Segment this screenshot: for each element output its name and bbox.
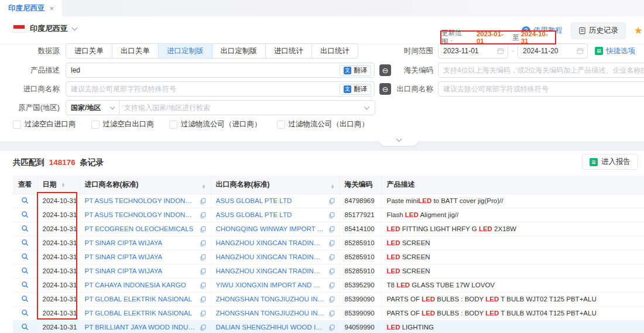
exporter-field[interactable]	[439, 82, 644, 96]
collapse-form-button[interactable]	[379, 135, 418, 146]
product-desc-input[interactable]: 文 翻译	[66, 63, 375, 78]
view-icon[interactable]	[21, 253, 29, 260]
checkbox-icon[interactable]	[13, 121, 21, 129]
checkbox-filter-blank-exporter[interactable]: 过滤空白出口商	[91, 119, 155, 129]
view-icon[interactable]	[21, 323, 29, 331]
checkbox-icon[interactable]	[91, 121, 100, 129]
importer-link[interactable]: PT BRILLIANT JAYA WOOD INDUSTRY	[85, 324, 196, 331]
view-icon[interactable]	[21, 239, 29, 246]
table-row[interactable]: 2024-10-31PT ECOGREEN OLEOCHEMICALSCHONG…	[13, 222, 644, 236]
tab-indonesia[interactable]: 印度尼西亚 ×	[0, 0, 62, 16]
table-row[interactable]: 2024-10-31PT BRILLIANT JAYA WOOD INDUSTR…	[13, 320, 644, 333]
checkbox-filter-blank-importer[interactable]: 过滤空白进口商	[13, 119, 76, 129]
importer-link[interactable]: PT ASUS TECHNOLOGY INDONESIA BA...	[85, 197, 196, 204]
copy-icon[interactable]	[200, 198, 206, 204]
view-icon[interactable]	[21, 281, 29, 289]
importer-link[interactable]: PT GLOBAL ELEKTRIK NASIONAL	[85, 296, 192, 303]
enter-report-button[interactable]: ≣ 进入报告	[582, 154, 638, 170]
checkbox-filter-logistics-importer[interactable]: 过滤物流公司（进口商）	[169, 119, 262, 129]
copy-icon[interactable]	[200, 226, 206, 232]
importer-field[interactable]	[66, 82, 374, 96]
origin-search-input[interactable]	[119, 100, 375, 115]
table-row[interactable]: 2024-10-31PT SINAR CIPTA WIJAYAHANGZHOU …	[13, 264, 644, 278]
origin-type-select[interactable]: 国家/地区	[66, 100, 119, 115]
sort-icon[interactable]: ▲▼	[61, 183, 66, 187]
history-button[interactable]: 历史记录	[571, 22, 626, 39]
hs-code-field[interactable]	[439, 63, 644, 77]
date-to-field[interactable]	[518, 44, 577, 58]
translate-button[interactable]: 文 翻译	[340, 84, 371, 95]
view-icon[interactable]	[21, 197, 29, 204]
importer-link[interactable]: PT ASUS TECHNOLOGY INDONESIA BA...	[85, 211, 196, 218]
copy-icon[interactable]	[200, 282, 206, 289]
exporter-link[interactable]: ZHONGSHAN TONGJIUZHOU INTERNA...	[216, 296, 325, 303]
importer-link[interactable]: PT CAHAYA INDONESIA KARGO	[85, 281, 186, 289]
tab-export-declaration[interactable]: 出口关单	[112, 43, 159, 59]
exporter-input[interactable]	[438, 81, 644, 97]
view-icon[interactable]	[21, 309, 29, 317]
importer-link[interactable]: PT SINAR CIPTA WIJAYA	[85, 239, 163, 246]
checkbox-icon[interactable]	[169, 121, 177, 129]
copy-icon[interactable]	[328, 212, 335, 218]
exporter-link[interactable]: HANGZHOU XINGCAN TRADING CO LTD	[216, 267, 325, 274]
table-row[interactable]: 2024-10-31PT GLOBAL ELEKTRIK NASIONALZHO…	[13, 292, 644, 306]
exporter-link[interactable]: DALIAN SHENGZHIHUI WOOD INDUST...	[216, 324, 325, 331]
tab-import-declaration[interactable]: 进口关单	[66, 43, 112, 59]
copy-icon[interactable]	[328, 324, 335, 331]
copy-icon[interactable]	[328, 240, 335, 246]
table-row[interactable]: 2024-10-31PT GLOBAL ELEKTRIK NASIONALZHO…	[13, 306, 644, 320]
translate-button[interactable]: 文 翻译	[340, 65, 371, 76]
copy-icon[interactable]	[328, 268, 335, 274]
copy-icon[interactable]	[200, 254, 206, 260]
copy-icon[interactable]	[200, 268, 206, 274]
copy-icon[interactable]	[328, 254, 335, 260]
importer-link[interactable]: PT GLOBAL ELEKTRIK NASIONAL	[85, 310, 192, 317]
view-icon[interactable]	[21, 295, 29, 303]
copy-icon[interactable]	[328, 296, 335, 303]
importer-link[interactable]: PT SINAR CIPTA WIJAYA	[85, 267, 163, 274]
checkbox-icon[interactable]	[277, 121, 285, 129]
close-icon[interactable]: ×	[50, 4, 54, 13]
copy-icon[interactable]	[200, 240, 206, 246]
copy-icon[interactable]	[200, 296, 206, 303]
favorite-star-icon[interactable]: ★	[634, 25, 643, 37]
quick-options-link[interactable]: ⊞ 快捷选项	[595, 46, 635, 56]
sort-icon[interactable]: ▲▼	[331, 184, 335, 189]
exporter-link[interactable]: CHONGQING WINWAY IMPORT AND E...	[216, 225, 325, 232]
product-desc-field[interactable]	[66, 63, 374, 77]
view-icon[interactable]	[21, 211, 29, 218]
tab-import-stats[interactable]: 进口统计	[265, 43, 312, 59]
table-row[interactable]: 2024-10-31PT SINAR CIPTA WIJAYAHANGZHOU …	[13, 236, 644, 250]
exporter-link[interactable]: ZHONGSHAN TONGJIUZHOU INTERNA...	[216, 310, 325, 317]
header-date[interactable]: 日期▲▼	[37, 176, 80, 194]
view-icon[interactable]	[21, 267, 29, 274]
date-to-input[interactable]	[518, 43, 588, 59]
view-icon[interactable]	[21, 225, 29, 232]
copy-icon[interactable]	[328, 282, 335, 289]
exporter-link[interactable]: HANGZHOU XINGCAN TRADING CO LTD	[216, 253, 325, 260]
copy-icon[interactable]	[200, 212, 206, 218]
hs-code-input[interactable]	[438, 63, 644, 78]
tab-export-stats[interactable]: 出口统计	[311, 43, 358, 59]
checkbox-filter-logistics-exporter[interactable]: 过滤物流公司（出口商）	[277, 119, 369, 129]
exporter-link[interactable]: ASUS GLOBAL PTE LTD	[216, 197, 292, 204]
exporter-link[interactable]: HANGZHOU XINGCAN TRADING CO LTD	[216, 239, 325, 246]
origin-search-field[interactable]	[119, 101, 365, 115]
table-row[interactable]: 2024-10-31PT CAHAYA INDONESIA KARGOYIWU …	[13, 278, 644, 292]
copy-icon[interactable]	[328, 310, 335, 317]
copy-icon[interactable]	[200, 324, 206, 331]
table-row[interactable]: 2024-10-31PT ASUS TECHNOLOGY INDONESIA B…	[13, 194, 644, 208]
sort-icon[interactable]: ▲▼	[202, 184, 206, 189]
copy-icon[interactable]	[200, 310, 206, 317]
importer-input[interactable]: 文 翻译	[66, 81, 375, 97]
header-exporter[interactable]: 出口商名称(标准)▲▼	[211, 176, 340, 194]
exporter-link[interactable]: YIWU XIONGXIN IMPORT AND EXPORT...	[216, 281, 325, 289]
importer-link[interactable]: PT ECOGREEN OLEOCHEMICALS	[85, 225, 194, 232]
exporter-link[interactable]: ASUS GLOBAL PTE LTD	[216, 211, 292, 218]
header-importer[interactable]: 进口商名称(标准)▲▼	[80, 176, 211, 194]
tab-import-custom[interactable]: 进口定制版	[158, 43, 213, 59]
tab-export-custom[interactable]: 出口定制版	[212, 43, 266, 59]
table-row[interactable]: 2024-10-31PT ASUS TECHNOLOGY INDONESIA B…	[13, 208, 644, 222]
copy-icon[interactable]	[328, 198, 335, 204]
country-selector[interactable]: 印度尼西亚	[13, 23, 77, 34]
